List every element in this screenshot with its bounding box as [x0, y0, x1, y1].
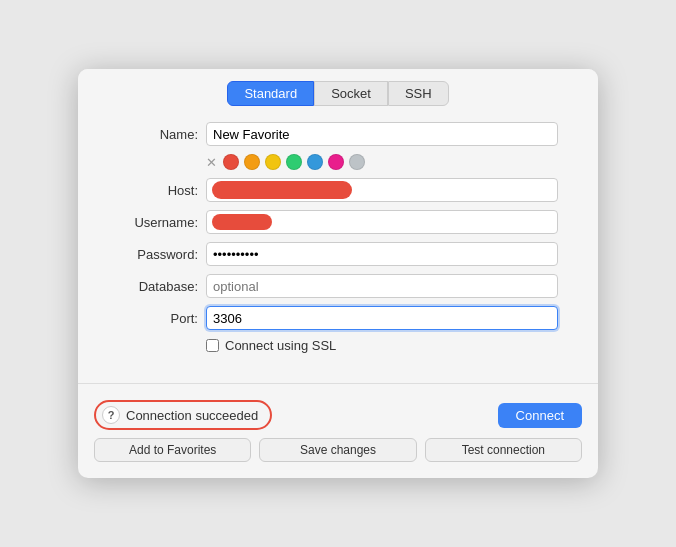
database-input[interactable]	[206, 274, 558, 298]
status-bubble: ? Connection succeeded	[94, 400, 272, 430]
port-input[interactable]	[206, 306, 558, 330]
color-dot-blue[interactable]	[307, 154, 323, 170]
username-field-wrapper	[206, 210, 558, 234]
form-area: Name: ✕ Host: Username: Password:	[78, 106, 598, 373]
color-clear-icon[interactable]: ✕	[206, 155, 217, 170]
host-row: Host:	[118, 178, 558, 202]
ssl-checkbox[interactable]	[206, 339, 219, 352]
add-favorites-button[interactable]: Add to Favorites	[94, 438, 251, 462]
name-row: Name:	[118, 122, 558, 146]
host-label: Host:	[118, 183, 198, 198]
username-input[interactable]	[206, 210, 558, 234]
database-row: Database:	[118, 274, 558, 298]
password-row: Password:	[118, 242, 558, 266]
database-label: Database:	[118, 279, 198, 294]
password-label: Password:	[118, 247, 198, 262]
color-row: ✕	[118, 154, 558, 170]
host-input[interactable]	[206, 178, 558, 202]
help-icon[interactable]: ?	[102, 406, 120, 424]
tab-socket[interactable]: Socket	[314, 81, 388, 106]
ssl-row: Connect using SSL	[118, 338, 558, 353]
username-row: Username:	[118, 210, 558, 234]
color-dot-orange[interactable]	[244, 154, 260, 170]
name-label: Name:	[118, 127, 198, 142]
color-dot-red[interactable]	[223, 154, 239, 170]
connection-status: ? Connection succeeded	[94, 400, 498, 430]
username-label: Username:	[118, 215, 198, 230]
main-window: Standard Socket SSH Name: ✕ Host: Userna…	[78, 69, 598, 478]
name-input[interactable]	[206, 122, 558, 146]
color-dot-green[interactable]	[286, 154, 302, 170]
save-changes-button[interactable]: Save changes	[259, 438, 416, 462]
status-message: Connection succeeded	[126, 408, 258, 423]
color-dot-pink[interactable]	[328, 154, 344, 170]
tab-standard[interactable]: Standard	[227, 81, 314, 106]
tab-ssh[interactable]: SSH	[388, 81, 449, 106]
port-row: Port:	[118, 306, 558, 330]
test-connection-button[interactable]: Test connection	[425, 438, 582, 462]
action-buttons: Add to Favorites Save changes Test conne…	[78, 430, 598, 462]
color-dot-gray[interactable]	[349, 154, 365, 170]
ssl-label: Connect using SSL	[225, 338, 336, 353]
tab-bar: Standard Socket SSH	[78, 69, 598, 106]
host-field-wrapper	[206, 178, 558, 202]
color-dot-yellow[interactable]	[265, 154, 281, 170]
connect-button[interactable]: Connect	[498, 403, 582, 428]
password-input[interactable]	[206, 242, 558, 266]
divider	[78, 383, 598, 384]
bottom-bar: ? Connection succeeded Connect	[78, 392, 598, 430]
port-label: Port:	[118, 311, 198, 326]
